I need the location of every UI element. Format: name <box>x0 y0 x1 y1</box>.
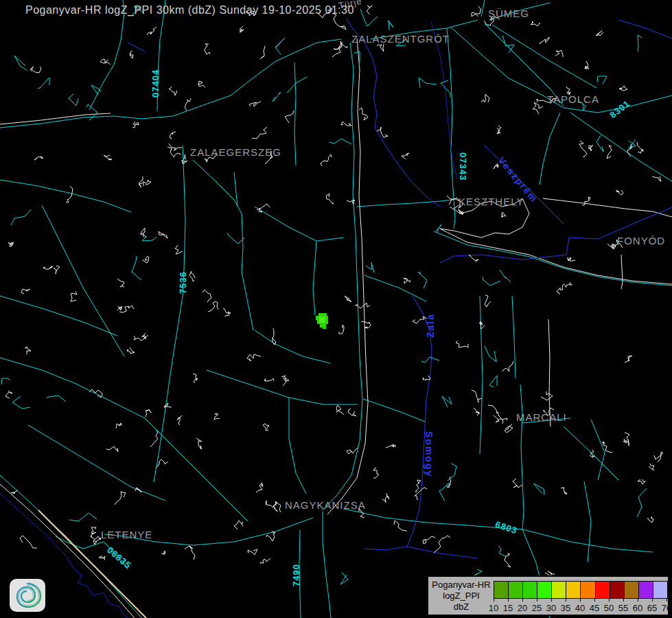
map-line <box>329 139 351 144</box>
map-line <box>419 78 437 88</box>
map-line <box>585 61 589 69</box>
map-line <box>497 126 501 134</box>
map-line <box>382 493 389 503</box>
map-line <box>566 87 570 95</box>
map-line <box>273 93 281 102</box>
map-line <box>498 546 506 556</box>
map-line <box>260 46 265 59</box>
map-line <box>130 51 133 58</box>
map-line <box>458 209 463 214</box>
legend-color-cell <box>494 582 509 598</box>
map-line <box>116 423 121 428</box>
map-line <box>69 513 97 521</box>
map-line <box>448 464 456 481</box>
map-line <box>321 154 332 166</box>
legend-tick <box>580 598 581 602</box>
map-line <box>596 135 603 152</box>
met-service-logo <box>10 579 45 612</box>
map-line <box>326 194 334 204</box>
map-line <box>117 279 124 287</box>
map-line <box>540 37 549 43</box>
map-line <box>648 517 653 523</box>
map-line <box>472 390 482 402</box>
map-line <box>629 139 636 148</box>
map-line <box>106 446 118 452</box>
map-line <box>481 94 489 102</box>
map-line <box>404 278 410 284</box>
map-line <box>555 50 563 57</box>
map-line <box>533 102 543 114</box>
legend-tick <box>667 598 667 602</box>
map-line <box>86 104 97 120</box>
map-line <box>561 488 567 494</box>
map-line <box>169 144 182 150</box>
legend-tick <box>522 598 523 602</box>
map-line <box>264 378 274 381</box>
legend-color-cell <box>653 582 667 598</box>
map-line <box>141 333 146 339</box>
legend-color-cell <box>523 582 537 598</box>
map-line <box>386 444 396 448</box>
legend-tick <box>537 598 537 602</box>
legend-color-cell <box>610 582 625 598</box>
map-line <box>287 77 307 93</box>
map-line <box>373 468 379 478</box>
map-line <box>454 203 463 209</box>
map-line <box>150 431 158 447</box>
map-line <box>340 573 348 584</box>
map-line <box>442 396 452 407</box>
map-line <box>223 308 231 317</box>
map-line <box>285 111 294 123</box>
map-line <box>653 176 661 181</box>
map-line <box>159 231 167 238</box>
map-line <box>423 536 435 544</box>
map-line <box>613 240 623 248</box>
map-line <box>619 86 627 91</box>
map-line <box>252 127 267 139</box>
map-line <box>616 190 623 195</box>
map-line <box>637 142 643 153</box>
map-line <box>607 146 612 159</box>
map-line <box>91 85 101 95</box>
legend-color-cell <box>566 582 581 598</box>
legend-tick <box>566 598 566 602</box>
map-line <box>654 452 663 462</box>
legend-color-cell <box>625 582 639 598</box>
map-line <box>143 180 151 185</box>
map-line <box>234 520 243 529</box>
map-line <box>147 27 157 35</box>
map-line <box>47 396 66 402</box>
legend-color-cell <box>537 582 552 598</box>
map-line <box>43 266 53 269</box>
map-line <box>8 242 14 247</box>
map-line <box>436 225 441 232</box>
map-line <box>71 291 77 301</box>
map-line <box>347 200 355 205</box>
map-line <box>579 141 587 157</box>
map-line <box>334 44 347 49</box>
legend-tick <box>508 598 509 602</box>
map-line <box>185 546 195 560</box>
map-line <box>483 277 500 286</box>
map-line <box>638 479 646 484</box>
map-line <box>167 147 181 157</box>
map-line <box>227 233 244 244</box>
map-line <box>142 236 157 241</box>
legend-tick <box>594 598 595 602</box>
map-line <box>377 127 388 137</box>
map-line <box>66 186 73 203</box>
map-line <box>100 59 111 65</box>
map-line <box>347 448 358 454</box>
map-line <box>185 98 191 111</box>
map-line <box>139 176 143 187</box>
map-line <box>537 99 557 103</box>
legend-color-cell <box>596 582 610 598</box>
map-line <box>141 228 146 238</box>
map-line <box>146 409 151 417</box>
map-line <box>134 335 148 341</box>
map-line <box>359 108 368 120</box>
map-line <box>34 157 43 160</box>
map-line <box>143 256 149 263</box>
settlement-outlines <box>0 38 672 618</box>
map-line <box>479 321 485 329</box>
